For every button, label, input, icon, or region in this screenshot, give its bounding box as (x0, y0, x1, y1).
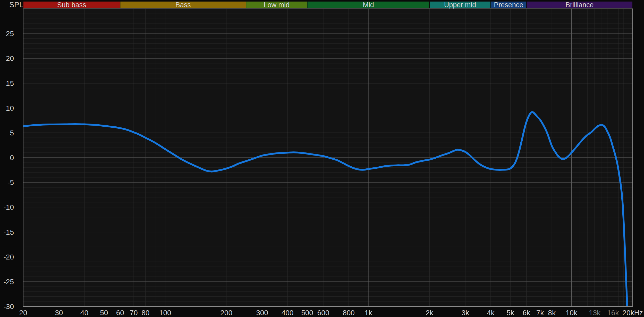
y-tick-label: 20 (6, 54, 14, 62)
x-tick-label: 60 (116, 309, 124, 317)
y-tick-label: 10 (6, 104, 14, 112)
spl-axis-title: SPL (9, 1, 23, 9)
x-tick-label: 800 (343, 309, 355, 317)
y-tick-label: -20 (4, 253, 14, 261)
x-tick-label: 20 (19, 309, 27, 317)
x-tick-label: 50 (100, 309, 108, 317)
x-tick-label: 70 (130, 309, 138, 317)
band-label: Upper mid (444, 1, 476, 9)
y-tick-label: 5 (10, 129, 14, 137)
x-tick-label: 600 (317, 309, 329, 317)
x-tick-label: 2k (426, 309, 434, 317)
y-tick-label: 0 (10, 154, 14, 162)
x-tick-label: 3k (461, 309, 469, 317)
x-tick-label: 30 (55, 309, 63, 317)
x-tick-label: 8k (548, 309, 556, 317)
x-tick-label: 300 (256, 309, 268, 317)
band-label: Bass (175, 1, 191, 9)
chart-canvas: Sub bassBassLow midMidUpper midPresenceB… (0, 0, 644, 317)
band-label: Sub bass (57, 1, 86, 9)
x-tick-label: 4k (487, 309, 495, 317)
band-label: Brilliance (565, 1, 594, 9)
x-tick-label: 500 (301, 309, 313, 317)
band-label: Low mid (264, 1, 290, 9)
frequency-response-chart: Sub bassBassLow midMidUpper midPresenceB… (0, 0, 644, 317)
x-tick-label: 1k (365, 309, 372, 317)
x-tick-label: 400 (282, 309, 294, 317)
frequency-band-bar: Sub bassBassLow midMidUpper midPresenceB… (23, 1, 632, 9)
x-tick-label: 80 (141, 309, 149, 317)
x-tick-label: 7k (536, 309, 544, 317)
x-tick-label: 5k (506, 309, 514, 317)
y-tick-label: 15 (6, 79, 14, 87)
x-tick-label: 100 (159, 309, 171, 317)
x-tick-label: 13k (589, 309, 601, 317)
y-tick-label: -15 (4, 228, 14, 236)
x-tick-label: 40 (80, 309, 88, 317)
y-tick-label: -30 (4, 303, 14, 311)
x-tick-label: 6k (523, 309, 531, 317)
x-tick-label: 16k (607, 309, 619, 317)
x-tick-label: 10k (566, 309, 578, 317)
y-tick-label: 25 (6, 30, 14, 38)
x-tick-label: 20kHz (622, 309, 643, 317)
band-label: Presence (494, 1, 523, 9)
y-tick-label: -25 (4, 278, 14, 286)
band-label: Mid (363, 1, 374, 9)
x-tick-label: 200 (220, 309, 232, 317)
y-tick-label: -10 (4, 203, 14, 211)
y-tick-label: -5 (7, 178, 14, 186)
